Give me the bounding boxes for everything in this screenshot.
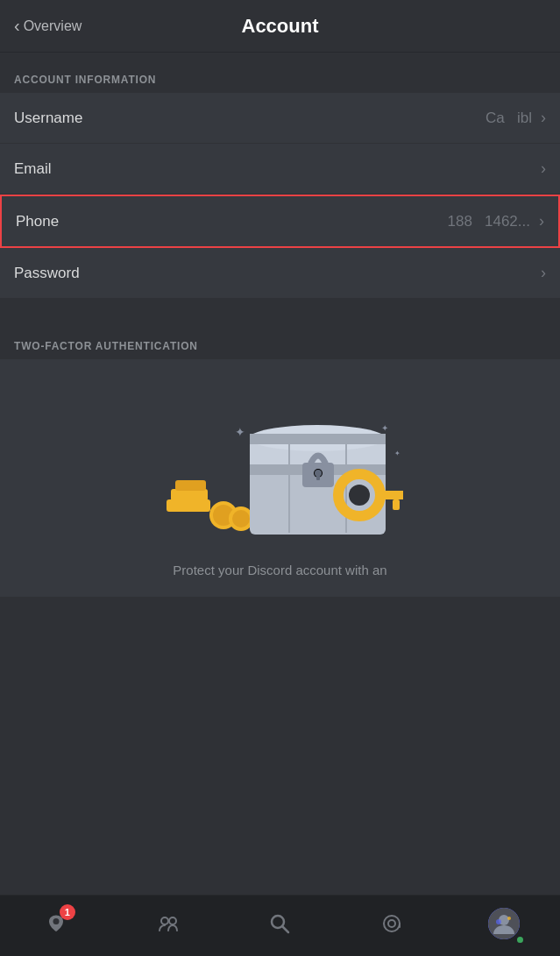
search-icon bbox=[267, 911, 292, 936]
svg-point-15 bbox=[315, 470, 322, 477]
svg-point-30 bbox=[161, 917, 168, 924]
nav-profile[interactable] bbox=[483, 903, 525, 945]
svg-point-31 bbox=[169, 917, 176, 924]
username-value: Ca ibl bbox=[119, 110, 532, 127]
phone-chevron-icon: › bbox=[539, 212, 544, 230]
svg-point-34 bbox=[384, 916, 400, 931]
account-info-heading: ACCOUNT INFORMATION bbox=[0, 53, 560, 93]
friends-icon bbox=[156, 911, 181, 936]
svg-point-6 bbox=[232, 510, 250, 528]
nav-search[interactable] bbox=[259, 903, 301, 945]
avatar-image bbox=[488, 908, 520, 939]
username-row[interactable]: Username Ca ibl › bbox=[0, 93, 560, 144]
svg-line-33 bbox=[282, 926, 288, 932]
password-row[interactable]: Password › bbox=[0, 248, 560, 298]
back-label: Overview bbox=[24, 18, 82, 34]
nav-home[interactable]: 1 bbox=[35, 903, 77, 945]
svg-rect-26 bbox=[393, 499, 400, 510]
svg-rect-25 bbox=[375, 491, 403, 499]
svg-text:✦: ✦ bbox=[381, 423, 388, 433]
svg-text:✦: ✦ bbox=[235, 425, 245, 439]
svg-point-24 bbox=[349, 485, 370, 506]
home-badge: 1 bbox=[60, 904, 75, 920]
bottom-navigation: 1 bbox=[0, 895, 560, 956]
email-label: Email bbox=[14, 160, 119, 178]
content-area: ACCOUNT INFORMATION Username Ca ibl › Em… bbox=[0, 53, 560, 895]
nav-mentions[interactable] bbox=[371, 903, 413, 945]
username-label: Username bbox=[14, 110, 119, 127]
username-chevron-icon: › bbox=[541, 109, 546, 127]
account-info-list: Username Ca ibl › Email › Phone 188 1462… bbox=[0, 93, 560, 298]
tfa-image-svg: ✦ ✦ ✦ bbox=[158, 386, 403, 543]
phone-label: Phone bbox=[16, 213, 121, 230]
password-chevron-icon: › bbox=[541, 264, 546, 282]
svg-point-39 bbox=[496, 919, 501, 924]
svg-point-35 bbox=[388, 920, 395, 927]
chevron-left-icon: ‹ bbox=[14, 16, 20, 36]
tfa-section: ✦ ✦ ✦ Protect your Discord account with … bbox=[0, 359, 560, 597]
svg-point-40 bbox=[507, 917, 511, 920]
svg-rect-11 bbox=[250, 434, 386, 444]
password-label: Password bbox=[14, 265, 119, 282]
online-status-dot bbox=[515, 935, 525, 945]
mentions-icon bbox=[379, 911, 404, 936]
svg-rect-1 bbox=[171, 489, 208, 501]
nav-friends[interactable] bbox=[147, 903, 189, 945]
section-separator bbox=[0, 298, 560, 319]
phone-value: 188 1462... bbox=[121, 213, 530, 230]
back-button[interactable]: ‹ Overview bbox=[14, 16, 82, 36]
svg-rect-0 bbox=[167, 499, 210, 512]
header: ‹ Overview Account bbox=[0, 0, 560, 53]
phone-row[interactable]: Phone 188 1462... › bbox=[0, 195, 560, 248]
avatar bbox=[488, 908, 520, 939]
email-chevron-icon: › bbox=[541, 159, 546, 178]
email-row[interactable]: Email › bbox=[0, 144, 560, 195]
tfa-illustration: ✦ ✦ ✦ bbox=[0, 359, 560, 561]
svg-point-29 bbox=[53, 918, 59, 924]
tfa-description: Protect your Discord account with an bbox=[0, 561, 560, 597]
tfa-heading: TWO-FACTOR AUTHENTICATION bbox=[0, 319, 560, 359]
page-title: Account bbox=[242, 15, 319, 38]
svg-text:✦: ✦ bbox=[394, 450, 401, 457]
svg-rect-2 bbox=[175, 480, 206, 491]
